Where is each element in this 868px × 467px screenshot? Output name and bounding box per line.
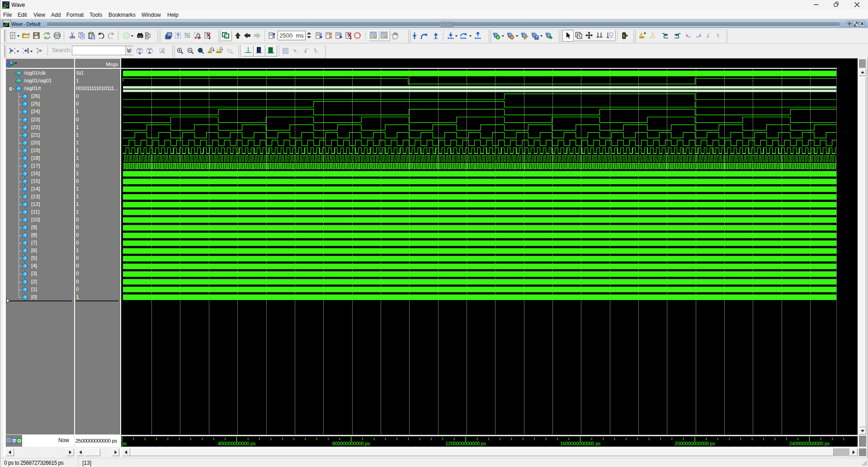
svg-text:2400000000000 ps: 2400000000000 ps (789, 441, 830, 446)
svg-text:1200000000000 ps: 1200000000000 ps (446, 441, 486, 446)
svg-text:800000000000 ps: 800000000000 ps (332, 441, 370, 446)
svg-text:1600000000000 ps: 1600000000000 ps (560, 441, 601, 446)
svg-text:400000000000 ps: 400000000000 ps (218, 441, 256, 446)
svg-text:?: ? (176, 33, 179, 39)
svg-text:0 ps: 0 ps (121, 441, 127, 446)
svg-text:2000000000000 ps: 2000000000000 ps (675, 441, 715, 446)
